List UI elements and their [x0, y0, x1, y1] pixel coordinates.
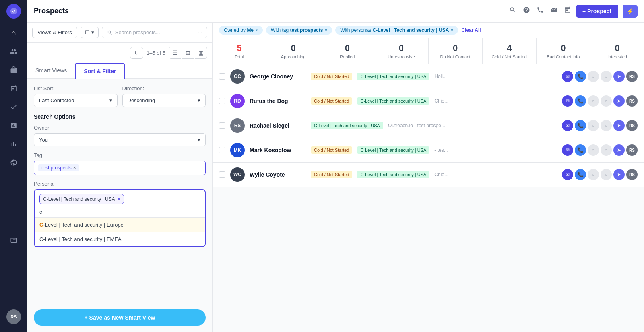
prospect-row[interactable]: GC George Clooney Cold / Not Started C-L…	[213, 64, 644, 89]
prospect-avatar: RS	[230, 118, 245, 133]
prospect-row[interactable]: RD Rufus the Dog Cold / Not Started C-Le…	[213, 89, 644, 113]
prospect-name[interactable]: Rachael Siegel	[250, 122, 306, 129]
prospect-checkbox[interactable]	[219, 171, 225, 178]
ghost-action-icon[interactable]: ○	[588, 120, 599, 131]
stat-approaching[interactable]: 0 Approaching	[266, 38, 320, 64]
send-action-icon[interactable]: ➤	[613, 169, 625, 180]
search-options-title: Search Options	[34, 113, 206, 120]
filter-chip-persona-remove[interactable]: ×	[450, 27, 453, 33]
send-action-icon[interactable]: ➤	[613, 144, 625, 156]
filter-chip-tag-remove[interactable]: ×	[324, 27, 327, 33]
people-icon[interactable]	[6, 43, 22, 60]
owner-select[interactable]: You ▾	[34, 133, 206, 146]
list-view-icon[interactable]: ☰	[169, 47, 181, 59]
phone-action-icon[interactable]: 📞	[575, 95, 586, 107]
help-icon[interactable]	[523, 6, 530, 16]
persona-badge: C-Level | Tech and security | USA	[357, 171, 429, 178]
email-action-icon[interactable]: ✉	[562, 169, 573, 180]
tab-sort-filter[interactable]: Sort & Filter	[75, 63, 125, 79]
filter-chip-tag[interactable]: With tag test prospects ×	[266, 26, 332, 35]
persona-remove-icon[interactable]: ×	[118, 196, 121, 202]
prospect-row[interactable]: MK Mark Kosoglow Cold / Not Started C-Le…	[213, 138, 644, 163]
calendar-topbar-icon[interactable]	[564, 6, 571, 16]
prospect-row[interactable]: RS Rachael Siegel C-Level | Tech and sec…	[213, 113, 644, 138]
prospect-name[interactable]: Mark Kosoglow	[250, 147, 306, 153]
prospect-name[interactable]: Wylie Coyote	[250, 171, 306, 178]
stat-do-not-contact[interactable]: 0 Do Not Contact	[429, 38, 483, 64]
persona-search-input[interactable]: c	[35, 206, 205, 217]
id-card-icon[interactable]	[6, 232, 22, 248]
direction-select[interactable]: Descending ▾	[122, 94, 206, 107]
prospect-checkbox[interactable]	[219, 122, 225, 129]
email-action-icon[interactable]: ✉	[562, 120, 573, 131]
prospect-checkbox[interactable]	[219, 73, 225, 80]
message-action-icon[interactable]: ○	[601, 120, 612, 131]
chart-icon[interactable]	[6, 118, 22, 134]
save-smart-view-button[interactable]: + Save as New Smart View	[34, 309, 206, 326]
persona-dropdown-item-2[interactable]: C-Level | Tech and security | EMEA	[35, 232, 205, 246]
message-action-icon[interactable]: ○	[601, 71, 612, 82]
bar-chart-icon[interactable]	[6, 136, 22, 152]
stat-total[interactable]: 5 Total	[213, 38, 266, 64]
stat-cold-not-started[interactable]: 4 Cold / Not Started	[483, 38, 537, 64]
checkmark-icon[interactable]	[6, 99, 22, 115]
message-action-icon[interactable]: ○	[601, 95, 612, 107]
email-action-icon[interactable]: ✉	[562, 144, 573, 156]
send-action-icon[interactable]: ➤	[613, 71, 625, 82]
prospect-avatar: MK	[230, 143, 245, 157]
stat-replied[interactable]: 0 Replied	[320, 38, 374, 64]
add-prospect-button[interactable]: + Prospect	[576, 5, 618, 18]
add-prospect-arrow-button[interactable]: ⚡	[623, 5, 638, 18]
search-icon[interactable]	[509, 6, 516, 16]
views-filters-button[interactable]: Views & Filters	[32, 27, 77, 38]
phone-action-icon[interactable]: 📞	[575, 144, 586, 156]
chart-view-icon[interactable]: ▦	[195, 47, 207, 59]
refresh-button[interactable]: ↻	[130, 47, 143, 59]
ghost-action-icon[interactable]: ○	[588, 71, 599, 82]
tag-input[interactable]: test prospects ×	[34, 161, 206, 175]
stat-unresponsive[interactable]: 0 Unresponsive	[374, 38, 428, 64]
phone-action-icon[interactable]: 📞	[575, 71, 586, 82]
view-toggle: ☰ ⊞ ▦	[169, 47, 207, 59]
prospect-name[interactable]: George Clooney	[250, 73, 306, 80]
filter-chip-owner-remove[interactable]: ×	[255, 27, 258, 33]
prospect-row[interactable]: WC Wylie Coyote Cold / Not Started C-Lev…	[213, 163, 644, 187]
prospect-checkbox[interactable]	[219, 147, 225, 153]
ghost-action-icon[interactable]: ○	[588, 169, 599, 180]
phone-icon[interactable]	[537, 6, 544, 16]
message-action-icon[interactable]: ○	[601, 169, 612, 180]
message-action-icon[interactable]: ○	[601, 144, 612, 156]
search-bar[interactable]: Search prospects... ···	[102, 27, 207, 38]
briefcase-icon[interactable]	[6, 62, 22, 78]
stat-interested[interactable]: 0 Interested	[590, 38, 644, 64]
right-panel: Owned by Me × With tag test prospects × …	[213, 23, 644, 332]
phone-action-icon[interactable]: 📞	[575, 120, 586, 131]
checkbox-dropdown[interactable]: ☐ ▾	[80, 27, 99, 38]
stat-bad-contact[interactable]: 0 Bad Contact Info	[537, 38, 590, 64]
email-action-icon[interactable]: ✉	[562, 95, 573, 107]
logo[interactable]	[6, 4, 21, 19]
ghost-action-icon[interactable]: ○	[588, 144, 599, 156]
email-action-icon[interactable]: ✉	[562, 71, 573, 82]
clear-all-button[interactable]: Clear All	[461, 27, 481, 33]
send-action-icon[interactable]: ➤	[613, 120, 625, 131]
sort-select[interactable]: Last Contacted ▾	[34, 94, 118, 107]
calendar-icon[interactable]	[6, 80, 22, 97]
filter-chip-persona[interactable]: With personas C-Level | Tech and securit…	[335, 26, 458, 35]
prospect-name[interactable]: Rufus the Dog	[250, 98, 306, 104]
email-icon[interactable]	[550, 6, 557, 16]
tab-smart-views[interactable]: Smart Views	[27, 63, 75, 78]
globe-icon[interactable]	[6, 155, 22, 171]
home-icon[interactable]: ⌂	[6, 25, 22, 41]
topbar: Prospects	[27, 0, 644, 23]
ghost-action-icon[interactable]: ○	[588, 95, 599, 107]
grid-view-icon[interactable]: ⊞	[182, 47, 194, 59]
persona-dropdown-item-1[interactable]: C-Level | Tech and security | Europe	[35, 217, 205, 232]
tag-remove-icon[interactable]: ×	[73, 165, 76, 171]
prospect-checkbox[interactable]	[219, 98, 225, 104]
phone-action-icon[interactable]: 📞	[575, 169, 586, 180]
user-avatar[interactable]: RS	[6, 309, 21, 324]
send-action-icon[interactable]: ➤	[613, 95, 625, 107]
search-options-icon[interactable]: ···	[198, 29, 202, 35]
filter-chip-owner[interactable]: Owned by Me ×	[219, 26, 263, 35]
